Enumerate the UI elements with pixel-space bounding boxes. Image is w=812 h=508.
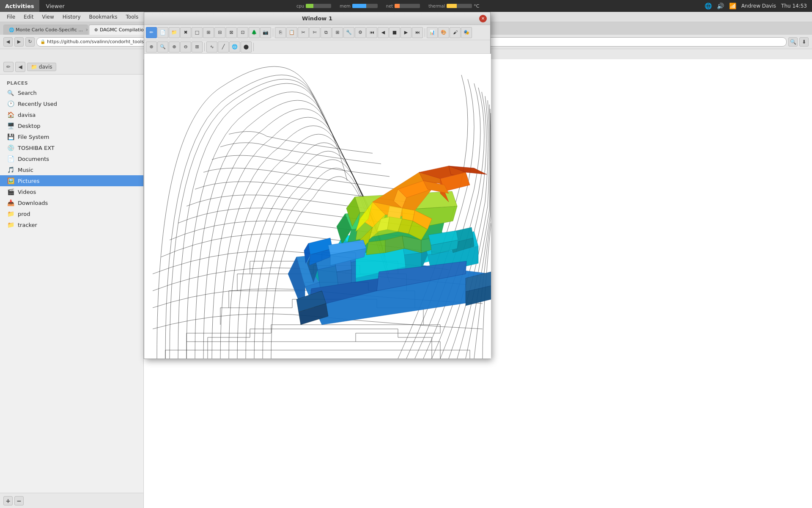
menu-bookmarks[interactable]: Bookmarks: [86, 13, 121, 21]
address-text: https://github.com/svalinn/condorht_tool…: [47, 39, 150, 44]
vt-prev-btn[interactable]: ⏮: [366, 27, 377, 38]
vt-layer2-btn[interactable]: ⊞: [332, 27, 343, 38]
vt-palette-btn[interactable]: 🎨: [438, 27, 449, 38]
browser-search-button[interactable]: 🔍: [788, 37, 798, 47]
vt-zoom-btn[interactable]: 🔍: [157, 41, 168, 52]
fm-back-button[interactable]: ◀: [15, 62, 25, 72]
vt-grid4-btn[interactable]: ⊠: [226, 27, 237, 38]
topbar: Activities Viewer cpu mem net thermal °C…: [0, 0, 812, 12]
sidebar-item-label-filesystem: File System: [18, 134, 49, 140]
menu-file[interactable]: File: [3, 13, 19, 21]
vt-grid2-btn[interactable]: ⊞: [203, 27, 214, 38]
back-button[interactable]: ◀: [3, 37, 13, 47]
tab-monte-carlo[interactable]: 🌐 Monte Carlo Code-Specific ... ✕: [3, 25, 88, 35]
svg-marker-48: [366, 240, 385, 255]
vt-gear-btn[interactable]: ⚙: [355, 27, 366, 38]
vt-tree-btn[interactable]: 🌲: [249, 27, 260, 38]
clock: Thu 14:53: [781, 3, 807, 9]
net-monitor: net: [386, 4, 420, 8]
fm-remove-button[interactable]: −: [14, 496, 24, 505]
sidebar-item-recently-used[interactable]: 🕐 Recently Used: [0, 98, 143, 109]
sidebar-item-davisa[interactable]: 🏠 davisa: [0, 109, 143, 120]
sidebar-item-toshiba[interactable]: 💿 TOSHIBA EXT: [0, 142, 143, 153]
vt-zoom3-btn[interactable]: ⊖: [180, 41, 191, 52]
activities-button[interactable]: Activities: [0, 0, 39, 12]
vt-zoom2-btn[interactable]: ⊕: [169, 41, 180, 52]
places-header: Places: [0, 78, 143, 88]
browser-download-button[interactable]: ⬇: [799, 37, 809, 47]
sidebar-item-label-pictures: Pictures: [18, 178, 39, 184]
sidebar-item-downloads[interactable]: 📥 Downloads: [0, 197, 143, 208]
vt-next-btn[interactable]: ⏭: [412, 27, 423, 38]
sidebar-item-label-search: Search: [18, 90, 37, 96]
path-segment-davis[interactable]: 📁 davis: [27, 63, 56, 71]
vt-play-btn[interactable]: ▶: [401, 27, 411, 38]
ssl-lock-icon: 🔒: [40, 39, 45, 44]
sidebar-item-label-prod: prod: [18, 211, 30, 217]
viewer-window: Window 1 ✕ ✏ 📄 📁 ✖ □ ⊞ ⊟ ⊠ ⊡ 🌲 📷 ⎘ 📋 ✂ ✄…: [144, 12, 491, 359]
forward-button[interactable]: ▶: [14, 37, 24, 47]
vt-grid3-btn[interactable]: ⊟: [214, 27, 225, 38]
vt-sep4: [253, 43, 254, 51]
sidebar-item-tracker[interactable]: 📁 tracker: [0, 219, 143, 230]
vt-file-btn[interactable]: 📄: [157, 27, 168, 38]
vt-square-btn[interactable]: □: [192, 27, 203, 38]
sidebar-item-prod[interactable]: 📁 prod: [0, 208, 143, 219]
thermal-monitor: thermal °C: [428, 3, 479, 9]
sidebar-item-label-videos: Videos: [18, 189, 36, 195]
menu-tools[interactable]: Tools: [123, 13, 142, 21]
vt-x-btn[interactable]: ✖: [180, 27, 191, 38]
svg-marker-42: [402, 208, 415, 221]
vt-tools-btn[interactable]: 🔧: [343, 27, 354, 38]
vt-globe-btn[interactable]: 🌐: [229, 41, 240, 52]
tab-favicon-2: ⚙️: [94, 28, 98, 32]
sidebar-item-documents[interactable]: 📄 Documents: [0, 153, 143, 164]
vt-layers-btn[interactable]: ⧉: [321, 27, 332, 38]
fm-add-button[interactable]: +: [3, 496, 13, 505]
vt-line-btn[interactable]: ╱: [218, 41, 229, 52]
sidebar-item-pictures[interactable]: 🖼️ Pictures: [0, 175, 143, 186]
topbar-monitors: cpu mem net thermal °C: [71, 3, 705, 9]
vt-back-btn[interactable]: ◀: [378, 27, 389, 38]
prod-icon: 📁: [7, 210, 14, 217]
volume-icon[interactable]: 🔊: [717, 3, 724, 9]
sidebar-item-label-desktop: Desktop: [18, 123, 41, 129]
vt-color2-btn[interactable]: 🖌: [450, 27, 461, 38]
net-bar: [395, 4, 420, 8]
vt-camera-btn[interactable]: 📷: [260, 27, 271, 38]
vt-zoom4-btn[interactable]: ⊞: [192, 41, 203, 52]
mem-monitor: mem: [340, 4, 378, 8]
vt-color3-btn[interactable]: 🎭: [461, 27, 472, 38]
downloads-icon: 📥: [7, 199, 14, 206]
menu-view[interactable]: View: [38, 13, 57, 21]
sidebar-item-filesystem[interactable]: 💾 File System: [0, 131, 143, 142]
sidebar-item-music[interactable]: 🎵 Music: [0, 164, 143, 175]
mem-bar: [352, 4, 378, 8]
vt-curve-btn[interactable]: ∿: [206, 41, 217, 52]
fm-edit-button[interactable]: ✏️: [3, 62, 14, 72]
viewer-canvas[interactable]: [144, 54, 491, 359]
globe-icon[interactable]: 🌐: [705, 3, 712, 9]
vt-sphere-btn[interactable]: ⬤: [241, 41, 252, 52]
vt-hist-btn[interactable]: 📊: [427, 27, 438, 38]
vt-stop-btn[interactable]: ■: [389, 27, 400, 38]
vt-folder-btn[interactable]: 📁: [169, 27, 180, 38]
music-icon: 🎵: [7, 166, 14, 173]
vt-paste-btn[interactable]: 📋: [286, 27, 297, 38]
reload-button[interactable]: ↻: [25, 37, 35, 47]
sidebar-item-videos[interactable]: 🎬 Videos: [0, 186, 143, 197]
vt-copy-btn[interactable]: ⎘: [275, 27, 286, 38]
vt-cut-btn[interactable]: ✂: [298, 27, 309, 38]
network-icon[interactable]: 📶: [729, 3, 736, 9]
menu-edit[interactable]: Edit: [20, 13, 37, 21]
search-icon: 🔍: [7, 90, 14, 96]
vt-grid5-btn[interactable]: ⊡: [237, 27, 248, 38]
vt-crosshair-btn[interactable]: ⊕: [146, 41, 157, 52]
sidebar-item-desktop[interactable]: 🖥️ Desktop: [0, 120, 143, 131]
viewer-close-button[interactable]: ✕: [479, 15, 487, 22]
menu-history[interactable]: History: [59, 13, 84, 21]
vt-scissors-btn[interactable]: ✄: [309, 27, 320, 38]
sidebar-item-search[interactable]: 🔍 Search: [0, 88, 143, 98]
vt-edit-btn[interactable]: ✏: [146, 27, 157, 38]
tab-close-1[interactable]: ✕: [85, 28, 88, 32]
